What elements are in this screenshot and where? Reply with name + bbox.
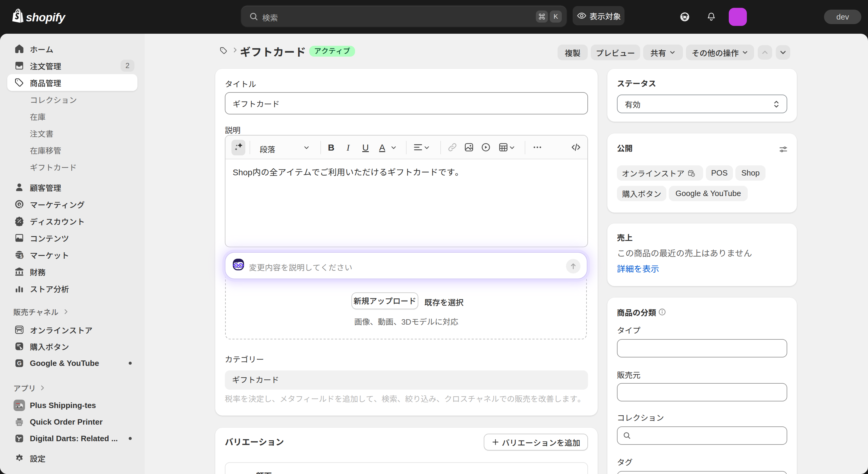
svg-text:$: $	[20, 253, 22, 259]
svg-text:G: G	[17, 360, 22, 367]
svg-text:shopify: shopify	[26, 11, 66, 24]
